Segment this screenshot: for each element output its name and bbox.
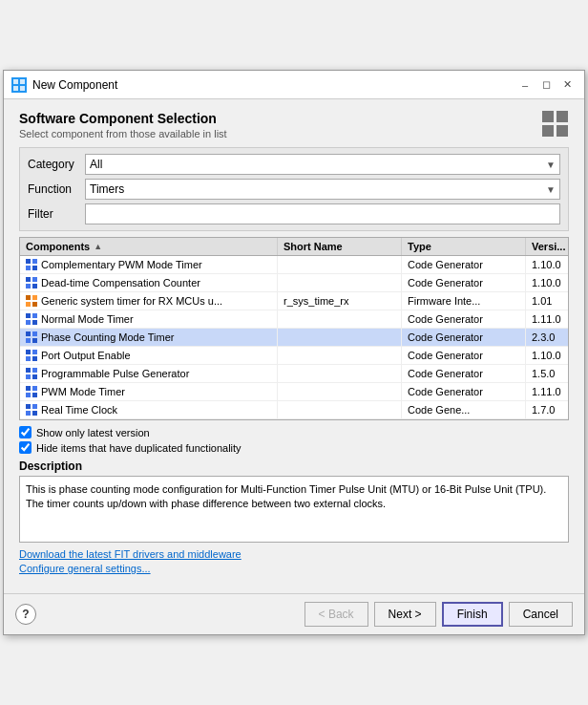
cell-name: PWM Mode Timer (20, 383, 278, 400)
cell-type: Code Generator (402, 256, 526, 273)
svg-rect-30 (26, 374, 31, 379)
filter-row: Filter (28, 203, 560, 224)
table-row[interactable]: Programmable Pulse Generator Code Genera… (20, 365, 568, 383)
cell-type: Code Generator (402, 347, 526, 364)
cell-shortname (278, 310, 402, 328)
window-title: New Component (32, 78, 117, 92)
cell-type: Code Generator (402, 310, 526, 328)
cell-type: Code Generator (402, 329, 526, 346)
next-button[interactable]: Next > (374, 602, 436, 627)
cell-type: Code Gene... (402, 401, 526, 418)
hide-duplicates-label[interactable]: Hide items that have duplicated function… (36, 442, 242, 454)
svg-rect-39 (32, 411, 37, 416)
cell-name: Dead-time Compensation Counter (20, 274, 278, 291)
section-subtitle: Select component from those available in… (19, 128, 227, 139)
component-type-icon (26, 313, 37, 325)
cell-version: 1.11.0 (526, 310, 568, 328)
grid-icon-cell-1 (542, 111, 554, 122)
content-area: Software Component Selection Select comp… (4, 99, 584, 593)
svg-rect-35 (32, 393, 37, 397)
col-shortname: Short Name (278, 238, 402, 255)
table-row[interactable]: Generic system timer for RX MCUs u... r_… (20, 292, 568, 310)
cell-shortname: r_sys_time_rx (278, 292, 402, 310)
component-type-icon (26, 404, 37, 416)
footer-left: ? (15, 604, 36, 625)
cell-name: Phase Counting Mode Timer (20, 329, 278, 346)
fit-drivers-link[interactable]: Download the latest FIT drivers and midd… (19, 548, 569, 560)
cell-shortname (278, 329, 402, 346)
table-row[interactable]: Real Time Clock Code Gene... 1.7.0 (20, 401, 568, 419)
table-header: Components ▲ Short Name Type Versi... (20, 238, 568, 256)
components-table: Components ▲ Short Name Type Versi... (19, 237, 569, 420)
table-row[interactable]: Port Output Enable Code Generator 1.10.0 (20, 347, 568, 365)
table-body[interactable]: Complementary PWM Mode Timer Code Genera… (20, 256, 568, 419)
help-button[interactable]: ? (15, 604, 36, 625)
cell-version: 1.01 (526, 292, 568, 310)
show-latest-label[interactable]: Show only latest version (36, 427, 150, 438)
footer-right: < Back Next > Finish Cancel (304, 602, 573, 627)
table-row[interactable]: Complementary PWM Mode Timer Code Genera… (20, 256, 568, 274)
links-section: Download the latest FIT drivers and midd… (19, 548, 569, 574)
grid-icon-cell-4 (556, 125, 568, 137)
col-version: Versi... (526, 238, 569, 255)
table-row[interactable]: Normal Mode Timer Code Generator 1.11.0 (20, 310, 568, 329)
svg-rect-6 (26, 266, 31, 270)
maximize-button[interactable]: ◻ (536, 75, 556, 95)
cancel-button[interactable]: Cancel (509, 602, 573, 627)
table-row[interactable]: Dead-time Compensation Counter Code Gene… (20, 274, 568, 292)
svg-rect-10 (26, 284, 31, 288)
filter-input[interactable] (85, 203, 560, 224)
section-title: Software Component Selection (19, 111, 227, 126)
svg-rect-33 (32, 386, 37, 391)
grid-icon (542, 111, 569, 138)
back-button[interactable]: < Back (304, 602, 368, 627)
titlebar: New Component – ◻ ✕ (4, 71, 584, 99)
cell-version: 1.10.0 (526, 256, 568, 273)
svg-rect-32 (26, 386, 31, 391)
cell-type: Code Generator (402, 383, 526, 400)
show-latest-checkbox[interactable] (19, 426, 32, 438)
category-select[interactable]: All ▼ (85, 154, 560, 175)
window-controls: – ◻ ✕ (515, 75, 577, 95)
description-label: Description (19, 459, 569, 473)
description-text: This is phase counting mode configuratio… (26, 483, 546, 509)
header-text: Software Component Selection Select comp… (19, 111, 227, 139)
description-section: Description This is phase counting mode … (19, 459, 569, 543)
hide-duplicates-checkbox[interactable] (19, 441, 32, 454)
cell-version: 1.11.0 (526, 383, 568, 400)
minimize-button[interactable]: – (515, 75, 535, 95)
description-box: This is phase counting mode configuratio… (19, 476, 569, 543)
close-button[interactable]: ✕ (557, 75, 577, 95)
category-label: Category (28, 158, 85, 171)
svg-rect-1 (20, 79, 25, 84)
grid-icon-cell-2 (556, 111, 568, 122)
svg-rect-23 (32, 338, 37, 343)
grid-icon-cell-3 (542, 125, 554, 137)
svg-rect-3 (20, 86, 25, 91)
cell-name: Generic system timer for RX MCUs u... (20, 292, 278, 310)
footer: ? < Back Next > Finish Cancel (4, 593, 584, 634)
svg-rect-13 (32, 295, 37, 300)
window-icon (11, 77, 27, 93)
svg-rect-12 (26, 295, 31, 300)
svg-rect-34 (26, 393, 31, 397)
cell-name: Programmable Pulse Generator (20, 365, 278, 382)
table-row[interactable]: PWM Mode Timer Code Generator 1.11.0 (20, 383, 568, 401)
cell-name: Normal Mode Timer (20, 310, 278, 328)
show-latest-row: Show only latest version (19, 426, 569, 438)
finish-button[interactable]: Finish (442, 602, 503, 627)
cell-shortname (278, 365, 402, 382)
cell-version: 1.5.0 (526, 365, 568, 382)
function-select[interactable]: Timers ▼ (85, 179, 560, 200)
svg-rect-11 (32, 284, 37, 288)
svg-rect-20 (26, 331, 31, 336)
filter-label: Filter (28, 207, 85, 221)
table-row[interactable]: Phase Counting Mode Timer Code Generator… (20, 329, 568, 347)
function-value: Timers (90, 182, 124, 196)
cell-shortname (278, 383, 402, 400)
svg-rect-15 (32, 302, 37, 307)
general-settings-link[interactable]: Configure general settings... (19, 563, 569, 574)
svg-rect-14 (26, 302, 31, 307)
svg-rect-8 (26, 277, 31, 282)
cell-version: 1.10.0 (526, 274, 568, 291)
